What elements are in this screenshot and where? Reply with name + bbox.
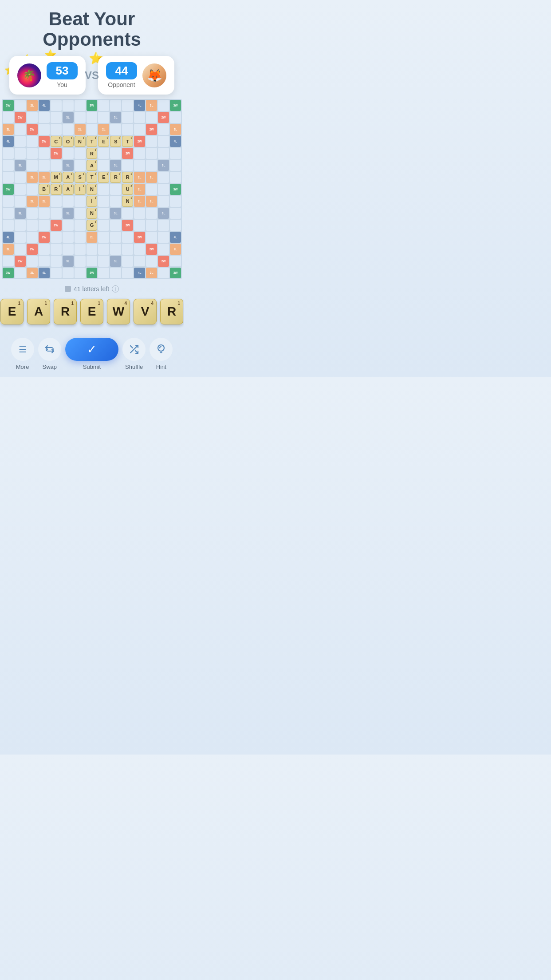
board-cell[interactable]: G2 — [87, 220, 98, 231]
board-cell[interactable]: R1 — [122, 172, 133, 183]
board-cell[interactable] — [63, 220, 74, 231]
board-cell[interactable]: T1 — [122, 136, 133, 147]
board-cell[interactable]: 3L — [158, 160, 169, 171]
board-cell[interactable]: 2L — [27, 268, 38, 279]
board-cell[interactable]: R1 — [51, 184, 62, 195]
board-cell[interactable] — [122, 244, 133, 255]
board-cell[interactable]: 4L — [39, 100, 50, 111]
board-cell[interactable] — [146, 184, 157, 195]
rack-tile[interactable]: W4 — [107, 299, 130, 324]
board-cell[interactable]: R1 — [87, 148, 98, 159]
board-cell[interactable]: 2W — [15, 112, 26, 123]
more-button[interactable]: ☰ More — [11, 338, 34, 370]
board-cell[interactable] — [39, 160, 50, 171]
info-icon[interactable]: i — [112, 285, 119, 292]
board-cell[interactable] — [15, 100, 26, 111]
board-cell[interactable] — [122, 268, 133, 279]
board-cell[interactable] — [63, 148, 74, 159]
board-cell[interactable]: 2W — [146, 124, 157, 135]
board-cell[interactable] — [170, 208, 181, 219]
board-cell[interactable] — [87, 112, 98, 123]
board-cell[interactable] — [98, 100, 109, 111]
board-cell[interactable] — [146, 208, 157, 219]
rack-tile[interactable]: A1 — [27, 299, 50, 324]
board-cell[interactable] — [134, 256, 145, 267]
board-cell[interactable]: E1 — [98, 136, 109, 147]
board-cell[interactable]: 4L — [134, 268, 145, 279]
board-cell[interactable] — [75, 220, 86, 231]
board-cell[interactable] — [170, 220, 181, 231]
board-cell[interactable] — [98, 148, 109, 159]
board-cell[interactable]: 3L — [63, 256, 74, 267]
board-cell[interactable]: 2L — [27, 100, 38, 111]
board-cell[interactable]: 2W — [39, 232, 50, 243]
board-cell[interactable] — [98, 208, 109, 219]
board-cell[interactable] — [51, 160, 62, 171]
board-cell[interactable] — [110, 100, 121, 111]
board-cell[interactable] — [158, 184, 169, 195]
board-cell[interactable]: 2L — [3, 124, 14, 135]
board-cell[interactable]: 2L — [87, 232, 98, 243]
board-cell[interactable]: 3L — [158, 208, 169, 219]
board-cell[interactable]: 2L — [134, 172, 145, 183]
board-cell[interactable]: 4L — [39, 268, 50, 279]
board-cell[interactable] — [15, 184, 26, 195]
board-cell[interactable] — [39, 208, 50, 219]
board-cell[interactable]: 2W — [27, 244, 38, 255]
board-cell[interactable] — [98, 244, 109, 255]
board-cell[interactable] — [134, 112, 145, 123]
board-cell[interactable] — [134, 244, 145, 255]
board-cell[interactable] — [27, 148, 38, 159]
board-cell[interactable] — [75, 100, 86, 111]
board-cell[interactable] — [51, 124, 62, 135]
board-cell[interactable] — [75, 244, 86, 255]
board-cell[interactable] — [146, 148, 157, 159]
board-cell[interactable]: S1 — [110, 136, 121, 147]
board-cell[interactable] — [158, 220, 169, 231]
board-cell[interactable]: 3L — [110, 208, 121, 219]
board-cell[interactable] — [122, 232, 133, 243]
board-cell[interactable] — [158, 136, 169, 147]
board-cell[interactable] — [39, 148, 50, 159]
board-cell[interactable]: 2L — [146, 268, 157, 279]
board-cell[interactable]: 3L — [63, 160, 74, 171]
board-cell[interactable]: M3 — [51, 172, 62, 183]
board-cell[interactable] — [75, 256, 86, 267]
board-cell[interactable] — [15, 268, 26, 279]
board-cell[interactable]: T1 — [87, 136, 98, 147]
board-cell[interactable] — [122, 160, 133, 171]
board-cell[interactable] — [15, 244, 26, 255]
board-cell[interactable] — [75, 268, 86, 279]
board-cell[interactable] — [98, 268, 109, 279]
board-cell[interactable]: 2W — [27, 124, 38, 135]
board-cell[interactable] — [27, 232, 38, 243]
board-cell[interactable] — [98, 256, 109, 267]
board-cell[interactable] — [3, 256, 14, 267]
board-cell[interactable]: 3W — [87, 100, 98, 111]
board-cell[interactable] — [122, 124, 133, 135]
board-cell[interactable]: 2L — [39, 172, 50, 183]
board-cell[interactable] — [3, 172, 14, 183]
board-cell[interactable]: 2L — [27, 172, 38, 183]
board-cell[interactable]: 3W — [3, 184, 14, 195]
board-cell[interactable] — [15, 136, 26, 147]
board-cell[interactable] — [75, 112, 86, 123]
board-cell[interactable] — [98, 184, 109, 195]
board-cell[interactable]: I1 — [75, 184, 86, 195]
board-cell[interactable] — [87, 124, 98, 135]
board-cell[interactable] — [27, 184, 38, 195]
board-cell[interactable] — [63, 232, 74, 243]
board-cell[interactable]: U2 — [122, 184, 133, 195]
board-cell[interactable] — [75, 196, 86, 207]
board-cell[interactable]: A1 — [63, 172, 74, 183]
board-cell[interactable]: 3L — [15, 160, 26, 171]
board-cell[interactable] — [146, 256, 157, 267]
board-cell[interactable] — [51, 100, 62, 111]
rack-tile[interactable]: E1 — [80, 299, 103, 324]
board-cell[interactable]: N1 — [87, 208, 98, 219]
board-cell[interactable] — [110, 220, 121, 231]
board-cell[interactable] — [122, 100, 133, 111]
board-cell[interactable] — [134, 208, 145, 219]
board-cell[interactable]: 2W — [158, 112, 169, 123]
board-cell[interactable] — [27, 112, 38, 123]
